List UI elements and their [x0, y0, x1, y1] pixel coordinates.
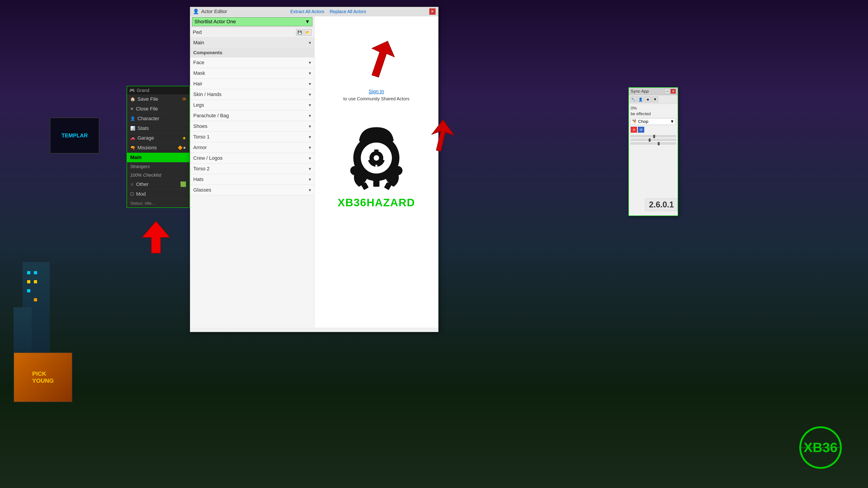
- character-icon: 👤: [130, 116, 135, 121]
- hats-arrow-icon: ▾: [309, 177, 311, 182]
- window-light: [27, 271, 30, 274]
- torso2-row[interactable]: Torso 2 ▾: [190, 164, 314, 174]
- biohazard-icon: [338, 120, 415, 196]
- missions-item[interactable]: 🔫 Missions 🔶★: [127, 143, 189, 153]
- missions-icon: 🔫: [130, 145, 135, 150]
- parachute-bag-row[interactable]: Parachute / Bag ▾: [190, 110, 314, 121]
- sync-tool-icon2[interactable]: 👤: [638, 96, 644, 102]
- logo-area: XB36HAZARD: [338, 120, 415, 209]
- chop-select[interactable]: 🐕 Chop ▼: [631, 118, 676, 125]
- shortlist-label: Shortlist Actor One: [194, 19, 236, 25]
- signin-link[interactable]: Sign In: [369, 89, 384, 94]
- shoes-row[interactable]: Shoes ▾: [190, 121, 314, 132]
- ped-load-button[interactable]: 📂: [304, 29, 311, 35]
- shoes-label: Shoes: [193, 123, 207, 129]
- sync-percent-display: 0%: [631, 106, 676, 111]
- stats-icon: 📊: [130, 126, 135, 131]
- shortlist-select[interactable]: Shortlist Actor One ▼: [192, 17, 312, 26]
- glasses-label: Glasses: [193, 187, 211, 193]
- torso1-label: Torso 1: [193, 134, 210, 140]
- replace-all-actors-link[interactable]: Replace All Actors: [330, 9, 366, 14]
- other-star-icon: ☆: [130, 182, 134, 187]
- window-light: [34, 298, 37, 301]
- sync-close-button[interactable]: ✕: [671, 89, 676, 94]
- hair-label: Hair: [193, 81, 202, 87]
- sync-app-title: Sync App: [631, 89, 649, 94]
- sync-slider-2[interactable]: [631, 139, 676, 141]
- window-light: [27, 280, 30, 283]
- mod-item[interactable]: ☐ Mod: [127, 189, 189, 199]
- main-sub-item[interactable]: Main: [127, 153, 189, 162]
- other-label: Other: [136, 182, 149, 187]
- sync-app-window: Sync App ─ ✕ 🔧 👤 ★ ▼ 0% be effected 🐕 Ch…: [628, 87, 678, 216]
- skin-hands-row[interactable]: Skin / Hands ▾: [190, 89, 314, 100]
- crew-logos-label: Crew / Logos: [193, 155, 223, 161]
- glasses-arrow-icon: ▾: [309, 187, 311, 193]
- sync-refresh-button[interactable]: ⟳: [638, 127, 644, 133]
- chop-icon: 🐕: [632, 119, 637, 124]
- glasses-row[interactable]: Glasses ▾: [190, 185, 314, 195]
- hats-row[interactable]: Hats ▾: [190, 174, 314, 185]
- actor-editor-body: Shortlist Actor One ▼ Ped 💾 📂 Main ▾ Com…: [190, 16, 438, 328]
- character-item[interactable]: 👤 Character: [127, 114, 189, 124]
- mod-checkbox-icon: ☐: [130, 192, 134, 197]
- torso1-row[interactable]: Torso 1 ▾: [190, 132, 314, 142]
- sync-app-titlebar: Sync App ─ ✕: [629, 88, 678, 95]
- actor-editor-title-icon: 👤: [193, 8, 199, 14]
- armor-arrow-icon: ▾: [309, 145, 311, 150]
- sync-cancel-button[interactable]: ✕: [631, 127, 637, 133]
- main-section-row[interactable]: Main ▾: [190, 37, 314, 48]
- strangers-label: Strangers: [130, 164, 150, 169]
- other-green-btn[interactable]: 🟩: [180, 182, 186, 187]
- garage-label: Garage: [137, 135, 154, 141]
- components-label: Components: [193, 50, 222, 55]
- ped-label: Ped: [193, 29, 202, 35]
- legs-arrow-icon: ▾: [309, 102, 311, 108]
- actor-editor-close-button[interactable]: ✕: [429, 8, 436, 15]
- pick-young-billboard: PICKYOUNG: [13, 352, 72, 402]
- sync-tool-icon3[interactable]: ★: [645, 96, 651, 102]
- actor-editor-right-panel: Sign In to use Community Shared Actors: [314, 16, 438, 328]
- red-arrow-gta: [135, 217, 176, 258]
- hair-arrow-icon: ▾: [309, 81, 311, 87]
- templar-label: TEMPLAR: [61, 132, 88, 139]
- strangers-sub-item[interactable]: Strangers: [127, 162, 189, 171]
- close-x-icon: ✕: [130, 106, 133, 111]
- armor-row[interactable]: Armor ▾: [190, 142, 314, 153]
- hair-row[interactable]: Hair ▾: [190, 78, 314, 89]
- close-file-item[interactable]: ✕ Close File: [127, 104, 189, 114]
- stats-item[interactable]: 📊 Stats: [127, 124, 189, 133]
- crew-logos-row[interactable]: Crew / Logos ▾: [190, 153, 314, 164]
- mask-row[interactable]: Mask ▾: [190, 68, 314, 78]
- signin-description: to use Community Shared Actors: [343, 96, 409, 101]
- pick-young-text: PICKYOUNG: [32, 370, 54, 384]
- garage-item[interactable]: 🚗 Garage ★: [127, 133, 189, 143]
- sync-tool-icon4[interactable]: ▼: [652, 96, 658, 102]
- checklist-sub-item[interactable]: 100% Checklist: [127, 171, 189, 180]
- titlebar-actions: Extract All Actors Replace All Actors: [290, 9, 366, 14]
- sync-slider-2-thumb: [649, 138, 651, 142]
- legs-row[interactable]: Legs ▾: [190, 100, 314, 110]
- shortlist-row: Shortlist Actor One ▼: [190, 16, 314, 27]
- parachute-bag-label: Parachute / Bag: [193, 113, 229, 119]
- svg-point-6: [374, 155, 379, 161]
- extract-all-actors-link[interactable]: Extract All Actors: [290, 9, 324, 14]
- actor-editor-left-panel: Shortlist Actor One ▼ Ped 💾 📂 Main ▾ Com…: [190, 16, 314, 328]
- sync-slider-1[interactable]: [631, 135, 676, 137]
- save-file-item[interactable]: 🏠 Save File ⟳: [127, 94, 189, 104]
- sync-action-row: ✕ ⟳: [631, 127, 676, 133]
- sync-tool-icon1[interactable]: 🔧: [630, 96, 637, 102]
- face-row[interactable]: Face ▾: [190, 57, 314, 68]
- ped-save-button[interactable]: 💾: [296, 29, 303, 35]
- mask-arrow-icon: ▾: [309, 70, 311, 76]
- sync-slider-3[interactable]: [631, 142, 676, 144]
- checklist-label: 100% Checklist: [130, 173, 161, 178]
- chop-label: Chop: [638, 119, 648, 124]
- garage-star: ★: [182, 135, 186, 141]
- sync-minimize-button[interactable]: ─: [664, 89, 670, 94]
- actor-editor-title: Actor Editor: [201, 8, 227, 14]
- shortlist-arrow-icon: ▼: [305, 19, 310, 25]
- missions-badges: 🔶★: [178, 145, 186, 150]
- other-item[interactable]: ☆ Other 🟩: [127, 180, 189, 189]
- sync-slider-3-thumb: [658, 142, 659, 145]
